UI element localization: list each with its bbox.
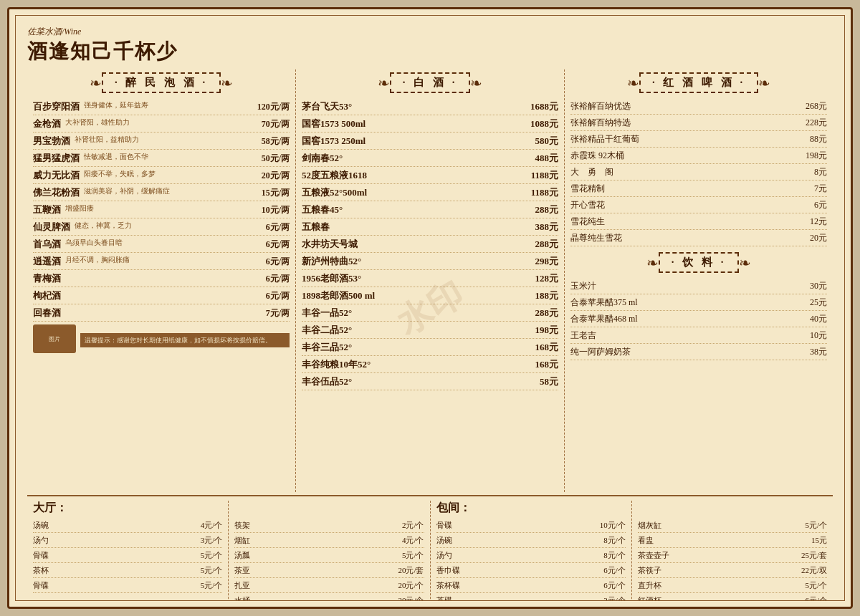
list-item: 雪花纯生 12元 xyxy=(570,216,827,230)
drinks-list: 玉米汁 30元 合泰苹果醋375 ml 25元 合泰苹果醋468 ml 40元 … xyxy=(570,280,827,360)
list-item: 丰谷三品52° 168元 xyxy=(302,341,558,356)
bottom-col-2: 筷架2元/个 烟缸4元/个 汤瓢5元/个 茶亚20元/套 扎亚20元/个 水桶2… xyxy=(229,501,430,601)
decor-left-3: ❧ xyxy=(627,74,639,92)
list-item: 佛兰花粉酒 滋润美容，补阴，缓解痛症 15元/两 xyxy=(33,186,290,201)
section-title-baijiu: ❧ · 白 酒 · ❧ xyxy=(302,72,558,93)
list-item: 开心雪花 6元 xyxy=(570,199,827,213)
section-title-redwine: ❧ · 红 酒 啤 酒 · ❧ xyxy=(570,72,827,93)
list-item: 香巾碟6元/个 xyxy=(436,565,626,578)
list-item: 五粮春45° 288元 xyxy=(302,203,558,218)
list-item: 王老吉 10元 xyxy=(570,329,827,344)
herbal-wine-list: 百步穿阳酒 强身健体，延年益寿 120元/两 金枪酒 大补肾阳，雄性助力 70元… xyxy=(33,100,290,322)
col-baijiu: ❧ · 白 酒 · ❧ 茅台飞天53° 1688元 国窖1573 500ml 1… xyxy=(296,69,565,492)
list-item: 看盅15元 xyxy=(638,535,827,548)
section-label-redwine: · 红 酒 啤 酒 · xyxy=(639,72,758,93)
list-item: 五粮液52°500ml 1188元 xyxy=(302,186,558,201)
list-item: 丰谷伍品52° 58元 xyxy=(302,375,558,390)
red-wine-list: 张裕解百纳优选 268元 张裕解百纳特选 228元 张裕精品干红葡萄 88元 赤… xyxy=(570,100,827,246)
main-columns: ❧ · 醉 民 泡 酒 · ❧ 百步穿阳酒 强身健体，延年益寿 120元/两 xyxy=(27,69,833,492)
list-item: 玉米汁 30元 xyxy=(570,280,827,294)
list-item: 直升杯5元/个 xyxy=(638,580,827,593)
list-item: 茶壶壶子25元/套 xyxy=(638,550,827,563)
list-item: 国窖1573 500ml 1088元 xyxy=(302,117,558,133)
list-item: 男宝勃酒 补肾壮阳，益精助力 58元/两 xyxy=(33,135,290,150)
list-item: 雪花精制 7元 xyxy=(570,183,827,197)
list-item: 骨碟5元/个 xyxy=(33,580,222,593)
list-item: 烟灰缸5元/个 xyxy=(638,520,827,533)
list-item: 合泰苹果醋468 ml 40元 xyxy=(570,313,827,327)
col-red-wine-drinks: ❧ · 红 酒 啤 酒 · ❧ 张裕解百纳优选 268元 张裕解百纳特选 228… xyxy=(565,69,833,492)
baijiu-list: 茅台飞天53° 1688元 国窖1573 500ml 1088元 国窖1573 … xyxy=(302,100,558,390)
list-item: 逍遥酒 月经不调，胸闷胀痛 6元/两 xyxy=(33,255,290,270)
list-item: 新泸州特曲52° 298元 xyxy=(302,255,558,270)
decor-right-1: ❧ xyxy=(221,74,233,92)
decor-left-1: ❧ xyxy=(90,74,102,92)
list-item: 赤霞珠 92木桶 198元 xyxy=(570,150,827,164)
list-item: 红酒杯6元/个 xyxy=(638,595,827,601)
list-item: 1956老郎酒53° 128元 xyxy=(302,272,558,287)
list-item: 剑南春52° 488元 xyxy=(302,152,558,167)
list-item: 首乌酒 乌须早白头眷目暗 6元/两 xyxy=(33,238,290,253)
list-item: 茶杯5元/个 xyxy=(33,565,222,578)
list-item: 汤勺8元/个 xyxy=(436,550,626,563)
list-item: 茶碟2元/个 xyxy=(436,595,626,601)
list-item: 百步穿阳酒 强身健体，延年益寿 120元/两 xyxy=(33,100,290,115)
list-item: 张裕解百纳特选 228元 xyxy=(570,117,827,131)
bottom-col-4: 烟灰缸5元/个 看盅15元 茶壶壶子25元/套 茶筷子22元/双 直升杯5元/个… xyxy=(632,501,833,601)
section-label-herbal: · 醉 民 泡 酒 · xyxy=(102,72,221,93)
list-item: 水桶20元/个 xyxy=(234,595,424,601)
list-item: 丰谷纯粮10年52° 168元 xyxy=(302,358,558,373)
header: 佐菜水酒/Wine 酒逢知己千杯少 xyxy=(27,26,833,65)
bottom-col-private: 包间： 骨碟10元/个 汤碗8元/个 汤勺8元/个 香巾碟6元/个 茶杯碟6元/… xyxy=(431,501,632,601)
list-item: 威力无比酒 阳痿不举，失眠，多梦 20元/两 xyxy=(33,169,290,184)
bottom-col-hall: 大厅： 汤碗4元/个 汤勺3元/个 骨碟5元/个 茶杯5元/个 骨碟5元/个 xyxy=(27,501,229,601)
decor-left-4: ❧ xyxy=(646,254,659,271)
header-title: 酒逢知己千杯少 xyxy=(27,38,833,65)
list-item: 合泰苹果醋375 ml 25元 xyxy=(570,297,827,311)
decor-right-2: ❧ xyxy=(470,74,482,92)
list-item: 扎亚20元/个 xyxy=(234,580,424,593)
list-item: 猛男猛虎酒 怯敏减退，面色不华 50元/两 xyxy=(33,152,290,167)
list-item: 纯一阿萨姆奶茶 38元 xyxy=(570,346,827,360)
list-item: 晶尊纯生雪花 20元 xyxy=(570,232,827,246)
list-item: 茶筷子22元/双 xyxy=(638,565,827,578)
decor-left-2: ❧ xyxy=(378,74,390,92)
section-label-drinks: · 饮 料 · xyxy=(659,252,740,273)
list-item: 青梅酒 6元/两 xyxy=(33,272,290,287)
list-item: 骨碟5元/个 xyxy=(33,550,222,563)
list-item: 筷架2元/个 xyxy=(234,520,424,533)
list-item: 丰谷二品52° 198元 xyxy=(302,324,558,339)
list-item: 国窖1573 250ml 580元 xyxy=(302,135,558,150)
list-item: 茶杯碟6元/个 xyxy=(436,580,626,593)
private-title: 包间： xyxy=(436,501,626,516)
list-item: 茅台飞天53° 1688元 xyxy=(302,100,558,115)
list-item: 枸杞酒 6元/两 xyxy=(33,289,290,304)
decor-right-3: ❧ xyxy=(758,74,770,92)
list-item: 骨碟10元/个 xyxy=(436,520,626,533)
list-item: 张裕精品干红葡萄 88元 xyxy=(570,133,827,148)
decor-right-4: ❧ xyxy=(739,254,751,271)
list-item: 汤碗4元/个 xyxy=(33,520,222,533)
list-item: 金枪酒 大补肾阳，雄性助力 70元/两 xyxy=(33,117,290,133)
list-item: 烟缸4元/个 xyxy=(234,535,424,548)
restaurant-photo: 图片 xyxy=(33,324,76,353)
list-item: 52度五粮液1618 1188元 xyxy=(302,169,558,184)
header-subtitle: 佐菜水酒/Wine xyxy=(27,26,833,38)
list-item: 五鞭酒 增盛阳痿 10元/两 xyxy=(33,203,290,218)
list-item: 仙灵脾酒 健态，神冀，乏力 6元/两 xyxy=(33,221,290,236)
list-item: 1898老郎酒500 ml 188元 xyxy=(302,289,558,304)
list-item: 丰谷一品52° 288元 xyxy=(302,307,558,322)
list-item: 汤瓢5元/个 xyxy=(234,550,424,563)
list-item: 张裕解百纳优选 268元 xyxy=(570,100,827,115)
section-title-drinks: ❧ · 饮 料 · ❧ xyxy=(570,252,827,273)
section-label-baijiu: · 白 酒 · xyxy=(390,72,471,93)
list-item: 汤勺3元/个 xyxy=(33,535,222,548)
list-item: 水井坊天号城 288元 xyxy=(302,238,558,253)
list-item: 大 勇 阁 8元 xyxy=(570,166,827,181)
hall-title: 大厅： xyxy=(33,501,222,516)
col-herbal-wine: ❧ · 醉 民 泡 酒 · ❧ 百步穿阳酒 强身健体，延年益寿 120元/两 xyxy=(27,69,296,492)
section-title-herbal: ❧ · 醉 民 泡 酒 · ❧ xyxy=(33,72,290,93)
list-item: 回春酒 7元/两 xyxy=(33,307,290,322)
list-item: 五粮春 388元 xyxy=(302,221,558,236)
list-item: 茶亚20元/套 xyxy=(234,565,424,578)
